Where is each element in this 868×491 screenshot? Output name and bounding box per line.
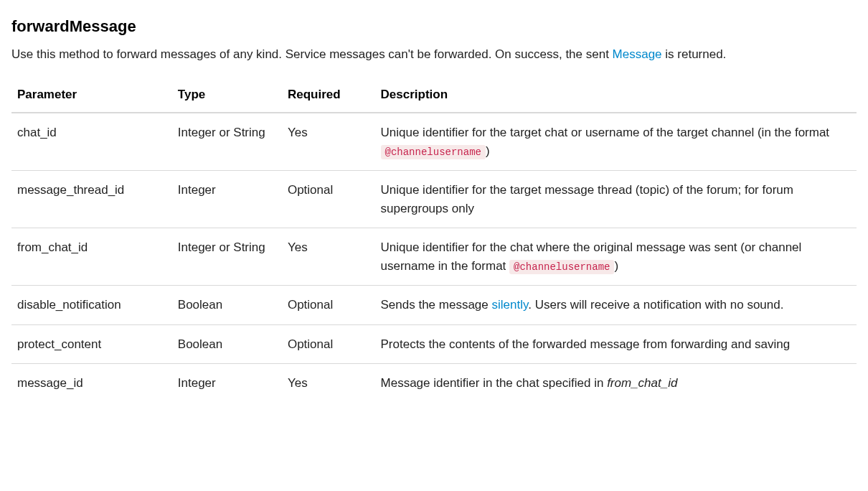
param-description: Protects the contents of the forwarded m… — [375, 324, 857, 364]
desc-text: Sends the message — [381, 298, 492, 312]
intro-text-before: Use this method to forward messages of a… — [11, 47, 613, 61]
param-type: Boolean — [172, 324, 282, 364]
param-name: message_thread_id — [11, 171, 172, 228]
intro-text-after: is returned. — [662, 47, 727, 61]
desc-text: ) — [486, 144, 490, 158]
header-parameter: Parameter — [11, 78, 172, 113]
param-name: chat_id — [11, 113, 172, 171]
table-row: message_thread_id Integer Optional Uniqu… — [11, 171, 857, 228]
table-header-row: Parameter Type Required Description — [11, 78, 857, 113]
param-name: message_id — [11, 364, 172, 403]
param-name: from_chat_id — [11, 228, 172, 286]
param-description: Unique identifier for the target message… — [375, 171, 857, 228]
header-required: Required — [282, 78, 375, 113]
param-required: Optional — [282, 286, 375, 325]
header-description: Description — [375, 78, 857, 113]
desc-text: . Users will receive a notification with… — [528, 298, 783, 312]
desc-text: Unique identifier for the target chat or… — [381, 126, 830, 139]
param-name: disable_notification — [11, 286, 172, 325]
header-type: Type — [172, 78, 282, 113]
param-required: Yes — [282, 113, 375, 171]
message-link[interactable]: Message — [613, 47, 662, 61]
param-description: Sends the message silently. Users will r… — [375, 286, 857, 325]
silently-link[interactable]: silently — [492, 298, 529, 312]
desc-text: ) — [614, 259, 618, 273]
method-title: forwardMessage — [11, 14, 857, 38]
param-description: Message identifier in the chat specified… — [375, 364, 857, 403]
param-name: protect_content — [11, 324, 172, 364]
method-intro: Use this method to forward messages of a… — [11, 45, 857, 64]
table-row: disable_notification Boolean Optional Se… — [11, 286, 857, 325]
inline-code: @channelusername — [381, 145, 486, 159]
param-required: Optional — [282, 171, 375, 228]
table-row: chat_id Integer or String Yes Unique ide… — [11, 113, 857, 171]
param-type: Integer or String — [172, 228, 282, 286]
param-required: Yes — [282, 364, 375, 403]
param-description: Unique identifier for the target chat or… — [375, 113, 857, 171]
table-row: from_chat_id Integer or String Yes Uniqu… — [11, 228, 857, 286]
param-required: Optional — [282, 324, 375, 364]
param-required: Yes — [282, 228, 375, 286]
parameters-table: Parameter Type Required Description chat… — [11, 78, 857, 403]
table-row: protect_content Boolean Optional Protect… — [11, 324, 857, 364]
desc-text: Message identifier in the chat specified… — [381, 376, 608, 390]
inline-code: @channelusername — [509, 260, 614, 274]
param-description: Unique identifier for the chat where the… — [375, 228, 857, 286]
param-type: Integer — [172, 171, 282, 228]
param-type: Boolean — [172, 286, 282, 325]
desc-em: from_chat_id — [607, 376, 677, 390]
table-row: message_id Integer Yes Message identifie… — [11, 364, 857, 403]
param-type: Integer or String — [172, 113, 282, 171]
param-type: Integer — [172, 364, 282, 403]
